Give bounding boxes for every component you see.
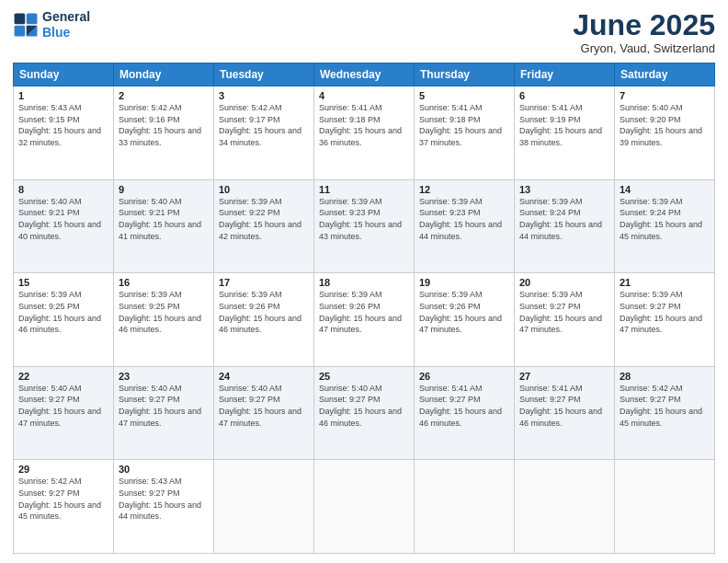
day-number: 9 [119, 184, 209, 195]
weekday-header-tuesday: Tuesday [214, 63, 314, 86]
svg-rect-0 [15, 13, 26, 24]
calendar-cell: 21Sunrise: 5:39 AMSunset: 9:27 PMDayligh… [615, 273, 715, 367]
calendar-cell: 23Sunrise: 5:40 AMSunset: 9:27 PMDayligh… [114, 366, 214, 460]
calendar-cell: 3Sunrise: 5:42 AMSunset: 9:17 PMDaylight… [214, 86, 314, 180]
day-number: 24 [219, 371, 309, 382]
weekday-header-sunday: Sunday [14, 63, 114, 86]
day-info: Sunrise: 5:39 AMSunset: 9:24 PMDaylight:… [519, 197, 602, 241]
weekday-header-wednesday: Wednesday [314, 63, 415, 86]
svg-rect-2 [15, 26, 26, 37]
weekday-header-row: SundayMondayTuesdayWednesdayThursdayFrid… [14, 63, 715, 86]
day-info: Sunrise: 5:40 AMSunset: 9:27 PMDaylight:… [18, 384, 101, 428]
day-info: Sunrise: 5:43 AMSunset: 9:27 PMDaylight:… [119, 477, 201, 521]
calendar-cell: 14Sunrise: 5:39 AMSunset: 9:24 PMDayligh… [615, 179, 715, 273]
day-info: Sunrise: 5:39 AMSunset: 9:27 PMDaylight:… [519, 290, 602, 334]
day-number: 23 [119, 371, 209, 382]
day-number: 28 [620, 371, 710, 382]
day-info: Sunrise: 5:39 AMSunset: 9:24 PMDaylight:… [620, 197, 702, 241]
day-number: 26 [419, 371, 509, 382]
day-info: Sunrise: 5:40 AMSunset: 9:21 PMDaylight:… [18, 197, 101, 241]
day-info: Sunrise: 5:42 AMSunset: 9:16 PMDaylight:… [119, 103, 201, 147]
calendar-cell: 19Sunrise: 5:39 AMSunset: 9:26 PMDayligh… [415, 273, 515, 367]
title-block: June 2025 Gryon, Vaud, Switzerland [573, 9, 715, 55]
day-info: Sunrise: 5:39 AMSunset: 9:27 PMDaylight:… [620, 290, 702, 334]
day-number: 11 [319, 184, 409, 195]
day-info: Sunrise: 5:39 AMSunset: 9:22 PMDaylight:… [219, 197, 301, 241]
calendar-cell: 15Sunrise: 5:39 AMSunset: 9:25 PMDayligh… [14, 273, 114, 367]
day-number: 25 [319, 371, 409, 382]
calendar-cell [415, 460, 515, 554]
week-row-1: 1Sunrise: 5:43 AMSunset: 9:15 PMDaylight… [14, 86, 715, 180]
location: Gryon, Vaud, Switzerland [573, 41, 715, 55]
day-info: Sunrise: 5:39 AMSunset: 9:25 PMDaylight:… [119, 290, 201, 334]
calendar-cell: 7Sunrise: 5:40 AMSunset: 9:20 PMDaylight… [615, 86, 715, 180]
logo: General Blue [13, 9, 90, 40]
calendar-cell: 9Sunrise: 5:40 AMSunset: 9:21 PMDaylight… [114, 179, 214, 273]
logo-text: General Blue [42, 9, 90, 40]
day-info: Sunrise: 5:39 AMSunset: 9:25 PMDaylight:… [18, 290, 101, 334]
day-info: Sunrise: 5:40 AMSunset: 9:27 PMDaylight:… [119, 384, 201, 428]
logo-line2: Blue [42, 25, 70, 40]
day-number: 18 [319, 277, 409, 288]
day-info: Sunrise: 5:43 AMSunset: 9:15 PMDaylight:… [18, 103, 101, 147]
week-row-3: 15Sunrise: 5:39 AMSunset: 9:25 PMDayligh… [14, 273, 715, 367]
day-info: Sunrise: 5:39 AMSunset: 9:26 PMDaylight:… [219, 290, 301, 334]
calendar-cell: 8Sunrise: 5:40 AMSunset: 9:21 PMDaylight… [14, 179, 114, 273]
day-number: 19 [419, 277, 509, 288]
calendar-cell: 12Sunrise: 5:39 AMSunset: 9:23 PMDayligh… [415, 179, 515, 273]
day-number: 14 [620, 184, 710, 195]
calendar-cell: 6Sunrise: 5:41 AMSunset: 9:19 PMDaylight… [515, 86, 615, 180]
day-info: Sunrise: 5:42 AMSunset: 9:27 PMDaylight:… [620, 384, 702, 428]
day-info: Sunrise: 5:42 AMSunset: 9:17 PMDaylight:… [219, 103, 301, 147]
day-number: 21 [620, 277, 710, 288]
logo-line1: General [42, 9, 90, 24]
day-number: 22 [18, 371, 108, 382]
day-number: 30 [119, 464, 209, 475]
day-number: 1 [18, 90, 108, 101]
calendar-cell: 26Sunrise: 5:41 AMSunset: 9:27 PMDayligh… [415, 366, 515, 460]
calendar-cell: 30Sunrise: 5:43 AMSunset: 9:27 PMDayligh… [114, 460, 214, 554]
calendar-cell: 28Sunrise: 5:42 AMSunset: 9:27 PMDayligh… [615, 366, 715, 460]
calendar-cell [615, 460, 715, 554]
week-row-5: 29Sunrise: 5:42 AMSunset: 9:27 PMDayligh… [14, 460, 715, 554]
day-number: 15 [18, 277, 108, 288]
day-info: Sunrise: 5:39 AMSunset: 9:23 PMDaylight:… [319, 197, 402, 241]
day-number: 10 [219, 184, 309, 195]
month-title: June 2025 [573, 9, 715, 41]
day-info: Sunrise: 5:41 AMSunset: 9:18 PMDaylight:… [319, 103, 402, 147]
svg-rect-1 [27, 13, 38, 24]
day-number: 6 [519, 90, 609, 101]
calendar-cell: 17Sunrise: 5:39 AMSunset: 9:26 PMDayligh… [214, 273, 314, 367]
day-number: 27 [519, 371, 609, 382]
calendar-cell: 24Sunrise: 5:40 AMSunset: 9:27 PMDayligh… [214, 366, 314, 460]
calendar-cell: 18Sunrise: 5:39 AMSunset: 9:26 PMDayligh… [314, 273, 415, 367]
calendar-cell: 22Sunrise: 5:40 AMSunset: 9:27 PMDayligh… [14, 366, 114, 460]
calendar-cell [214, 460, 314, 554]
day-number: 13 [519, 184, 609, 195]
day-info: Sunrise: 5:41 AMSunset: 9:27 PMDaylight:… [419, 384, 502, 428]
calendar-table: SundayMondayTuesdayWednesdayThursdayFrid… [13, 63, 715, 554]
day-info: Sunrise: 5:40 AMSunset: 9:21 PMDaylight:… [119, 197, 201, 241]
calendar-cell: 5Sunrise: 5:41 AMSunset: 9:18 PMDaylight… [415, 86, 515, 180]
header: General Blue June 2025 Gryon, Vaud, Swit… [13, 9, 715, 55]
day-info: Sunrise: 5:41 AMSunset: 9:19 PMDaylight:… [519, 103, 602, 147]
calendar-cell: 20Sunrise: 5:39 AMSunset: 9:27 PMDayligh… [515, 273, 615, 367]
day-info: Sunrise: 5:39 AMSunset: 9:23 PMDaylight:… [419, 197, 502, 241]
calendar-cell: 25Sunrise: 5:40 AMSunset: 9:27 PMDayligh… [314, 366, 415, 460]
calendar-cell: 1Sunrise: 5:43 AMSunset: 9:15 PMDaylight… [14, 86, 114, 180]
day-info: Sunrise: 5:41 AMSunset: 9:18 PMDaylight:… [419, 103, 502, 147]
main-container: General Blue June 2025 Gryon, Vaud, Swit… [0, 0, 728, 563]
day-number: 7 [620, 90, 710, 101]
day-number: 17 [219, 277, 309, 288]
day-info: Sunrise: 5:40 AMSunset: 9:27 PMDaylight:… [319, 384, 402, 428]
calendar-cell: 2Sunrise: 5:42 AMSunset: 9:16 PMDaylight… [114, 86, 214, 180]
day-number: 16 [119, 277, 209, 288]
day-number: 8 [18, 184, 108, 195]
day-info: Sunrise: 5:39 AMSunset: 9:26 PMDaylight:… [419, 290, 502, 334]
weekday-header-thursday: Thursday [415, 63, 515, 86]
calendar-cell: 4Sunrise: 5:41 AMSunset: 9:18 PMDaylight… [314, 86, 415, 180]
week-row-4: 22Sunrise: 5:40 AMSunset: 9:27 PMDayligh… [14, 366, 715, 460]
day-info: Sunrise: 5:40 AMSunset: 9:20 PMDaylight:… [620, 103, 702, 147]
weekday-header-saturday: Saturday [615, 63, 715, 86]
day-number: 2 [119, 90, 209, 101]
